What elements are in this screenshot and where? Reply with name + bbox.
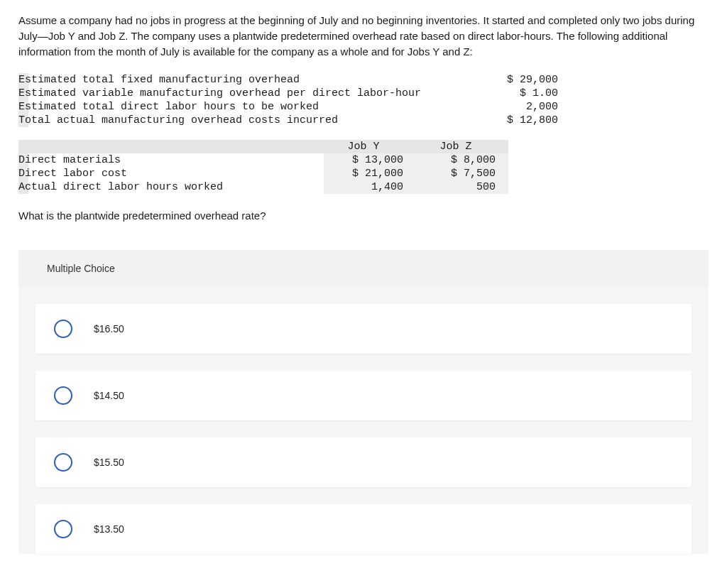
radio-icon — [54, 453, 72, 472]
choice-label: $13.50 — [94, 523, 124, 535]
multiple-choice-block: Multiple Choice $16.50 $14.50 $15.50 $13… — [18, 250, 709, 554]
choice-option-0[interactable]: $16.50 — [35, 304, 692, 354]
job-cost-table: Job Y Job Z Direct materials $ 13,000 $ … — [18, 140, 508, 194]
info-label: Total actual manufacturing overhead cost… — [18, 114, 473, 127]
job-row-z: $ 7,500 — [416, 167, 508, 180]
job-row-z: 500 — [416, 180, 508, 194]
choice-label: $15.50 — [94, 457, 124, 468]
radio-icon — [54, 320, 72, 338]
info-label: Estimated total fixed manufacturing over… — [18, 73, 473, 87]
info-label: Estimated variable manufacturing overhea… — [18, 87, 473, 100]
choice-option-2[interactable]: $15.50 — [35, 437, 692, 487]
job-row-y: $ 21,000 — [324, 167, 416, 180]
radio-icon — [54, 520, 72, 538]
choice-label: $16.50 — [94, 323, 124, 334]
job-row-label: Direct labor cost — [18, 167, 324, 180]
radio-icon — [54, 386, 72, 405]
job-row-z: $ 8,000 — [416, 153, 508, 167]
job-header-z: Job Z — [416, 140, 508, 153]
job-header-blank — [18, 140, 324, 153]
job-row-label: Direct materials — [18, 153, 324, 167]
info-value: $ 29,000 — [473, 73, 558, 87]
info-value: $ 12,800 — [473, 114, 558, 127]
choice-option-3[interactable]: $13.50 — [35, 504, 692, 554]
job-row-y: $ 13,000 — [324, 153, 416, 167]
multiple-choice-heading: Multiple Choice — [18, 250, 709, 287]
info-label: Estimated total direct labor hours to be… — [18, 100, 473, 114]
job-header-y: Job Y — [324, 140, 416, 153]
problem-intro: Assume a company had no jobs in progress… — [18, 13, 709, 59]
info-value: $ 1.00 — [473, 87, 558, 100]
info-value: 2,000 — [473, 100, 558, 114]
job-row-y: 1,400 — [324, 180, 416, 194]
choice-option-1[interactable]: $14.50 — [35, 371, 692, 420]
question-text: What is the plantwide predetermined over… — [18, 209, 709, 222]
choice-label: $14.50 — [94, 390, 124, 401]
overhead-info-table: Estimated total fixed manufacturing over… — [18, 73, 558, 127]
job-row-label: Actual direct labor hours worked — [18, 180, 324, 194]
